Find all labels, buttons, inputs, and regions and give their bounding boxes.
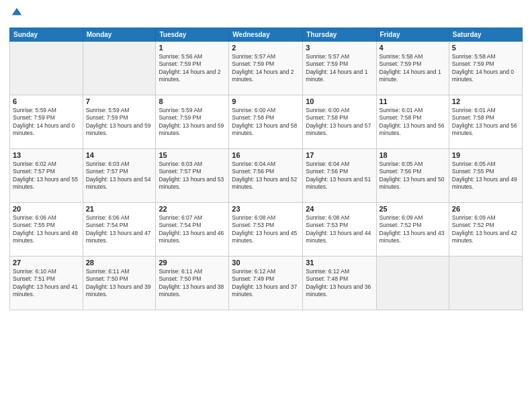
calendar-cell: 5Sunrise: 5:58 AMSunset: 7:59 PMDaylight…	[449, 41, 522, 95]
day-number: 30	[232, 259, 300, 267]
calendar-page: SundayMondayTuesdayWednesdayThursdayFrid…	[0, 0, 532, 411]
calendar-cell: 2Sunrise: 5:57 AMSunset: 7:59 PMDaylight…	[229, 41, 303, 95]
day-number: 7	[86, 97, 153, 105]
calendar-cell: 27Sunrise: 6:10 AMSunset: 7:51 PMDayligh…	[10, 256, 83, 310]
day-info: Sunrise: 5:59 AMSunset: 7:59 PMDaylight:…	[13, 107, 80, 138]
calendar-cell: 17Sunrise: 6:04 AMSunset: 7:56 PMDayligh…	[303, 148, 376, 202]
day-info: Sunrise: 5:58 AMSunset: 7:59 PMDaylight:…	[452, 53, 519, 84]
day-number: 16	[232, 151, 300, 159]
day-info: Sunrise: 6:06 AMSunset: 7:54 PMDaylight:…	[86, 214, 153, 245]
calendar-cell: 21Sunrise: 6:06 AMSunset: 7:54 PMDayligh…	[83, 202, 156, 256]
calendar-cell: 20Sunrise: 6:06 AMSunset: 7:55 PMDayligh…	[10, 202, 83, 256]
day-number: 25	[380, 205, 446, 213]
calendar-cell: 29Sunrise: 6:11 AMSunset: 7:50 PMDayligh…	[156, 256, 229, 310]
calendar-cell: 13Sunrise: 6:02 AMSunset: 7:57 PMDayligh…	[10, 148, 83, 202]
weekday-header-friday: Friday	[376, 28, 449, 41]
calendar-cell: 12Sunrise: 6:01 AMSunset: 7:58 PMDayligh…	[449, 95, 522, 148]
day-number: 10	[306, 97, 373, 105]
calendar-cell: 22Sunrise: 6:07 AMSunset: 7:54 PMDayligh…	[156, 202, 229, 256]
day-number: 27	[13, 259, 80, 267]
day-number: 11	[380, 97, 446, 105]
svg-marker-0	[12, 8, 21, 15]
day-number: 2	[232, 44, 300, 52]
calendar-cell: 4Sunrise: 5:58 AMSunset: 7:59 PMDaylight…	[376, 41, 449, 95]
calendar-cell: 31Sunrise: 6:12 AMSunset: 7:48 PMDayligh…	[303, 256, 376, 310]
calendar-cell: 15Sunrise: 6:03 AMSunset: 7:57 PMDayligh…	[156, 148, 229, 202]
day-info: Sunrise: 6:11 AMSunset: 7:50 PMDaylight:…	[159, 268, 226, 299]
day-number: 22	[159, 205, 226, 213]
day-info: Sunrise: 6:06 AMSunset: 7:55 PMDaylight:…	[13, 214, 80, 245]
day-info: Sunrise: 5:57 AMSunset: 7:59 PMDaylight:…	[306, 53, 373, 84]
day-number: 18	[380, 151, 446, 159]
day-number: 28	[86, 259, 153, 267]
day-number: 9	[232, 97, 300, 105]
day-info: Sunrise: 6:08 AMSunset: 7:53 PMDaylight:…	[232, 214, 300, 245]
calendar-cell: 19Sunrise: 6:05 AMSunset: 7:55 PMDayligh…	[449, 148, 522, 202]
day-info: Sunrise: 6:09 AMSunset: 7:52 PMDaylight:…	[380, 214, 446, 245]
logo-icon	[11, 7, 23, 19]
calendar-header: SundayMondayTuesdayWednesdayThursdayFrid…	[10, 28, 523, 41]
calendar-cell: 24Sunrise: 6:08 AMSunset: 7:53 PMDayligh…	[303, 202, 376, 256]
calendar-cell: 7Sunrise: 5:59 AMSunset: 7:59 PMDaylight…	[83, 95, 156, 148]
day-info: Sunrise: 6:03 AMSunset: 7:57 PMDaylight:…	[86, 161, 153, 191]
day-info: Sunrise: 5:59 AMSunset: 7:59 PMDaylight:…	[159, 107, 226, 138]
calendar-cell: 26Sunrise: 6:09 AMSunset: 7:52 PMDayligh…	[449, 202, 522, 256]
header	[9, 7, 523, 22]
calendar-cell	[376, 256, 449, 310]
day-number: 31	[306, 259, 373, 267]
day-info: Sunrise: 6:05 AMSunset: 7:55 PMDaylight:…	[452, 161, 519, 191]
weekday-header-monday: Monday	[83, 28, 156, 41]
day-number: 17	[306, 151, 373, 159]
day-info: Sunrise: 6:05 AMSunset: 7:56 PMDaylight:…	[380, 161, 446, 191]
calendar-cell: 6Sunrise: 5:59 AMSunset: 7:59 PMDaylight…	[10, 95, 83, 148]
day-info: Sunrise: 6:01 AMSunset: 7:58 PMDaylight:…	[452, 107, 519, 138]
day-info: Sunrise: 5:59 AMSunset: 7:59 PMDaylight:…	[86, 107, 153, 138]
day-info: Sunrise: 6:12 AMSunset: 7:49 PMDaylight:…	[232, 268, 300, 299]
day-number: 5	[452, 44, 519, 52]
day-number: 20	[13, 205, 80, 213]
calendar-cell: 9Sunrise: 6:00 AMSunset: 7:58 PMDaylight…	[229, 95, 303, 148]
day-number: 15	[159, 151, 226, 159]
calendar-cell: 18Sunrise: 6:05 AMSunset: 7:56 PMDayligh…	[376, 148, 449, 202]
day-number: 4	[380, 44, 446, 52]
day-info: Sunrise: 6:07 AMSunset: 7:54 PMDaylight:…	[159, 214, 226, 245]
day-info: Sunrise: 6:12 AMSunset: 7:48 PMDaylight:…	[306, 268, 373, 299]
calendar-cell: 25Sunrise: 6:09 AMSunset: 7:52 PMDayligh…	[376, 202, 449, 256]
calendar-cell: 28Sunrise: 6:11 AMSunset: 7:50 PMDayligh…	[83, 256, 156, 310]
weekday-header-saturday: Saturday	[449, 28, 522, 41]
day-info: Sunrise: 5:56 AMSunset: 7:59 PMDaylight:…	[159, 53, 226, 84]
day-number: 14	[86, 151, 153, 159]
day-number: 13	[13, 151, 80, 159]
day-info: Sunrise: 6:00 AMSunset: 7:58 PMDaylight:…	[232, 107, 300, 138]
day-number: 8	[159, 97, 226, 105]
calendar-cell: 14Sunrise: 6:03 AMSunset: 7:57 PMDayligh…	[83, 148, 156, 202]
day-number: 1	[159, 44, 226, 52]
calendar-table: SundayMondayTuesdayWednesdayThursdayFrid…	[9, 28, 523, 310]
calendar-body: 1Sunrise: 5:56 AMSunset: 7:59 PMDaylight…	[10, 41, 523, 310]
calendar-cell: 11Sunrise: 6:01 AMSunset: 7:58 PMDayligh…	[376, 95, 449, 148]
day-number: 6	[13, 97, 80, 105]
calendar-cell	[449, 256, 522, 310]
weekday-header-tuesday: Tuesday	[156, 28, 229, 41]
day-number: 3	[306, 44, 373, 52]
calendar-week-row: 27Sunrise: 6:10 AMSunset: 7:51 PMDayligh…	[10, 256, 523, 310]
weekday-header-thursday: Thursday	[303, 28, 376, 41]
day-info: Sunrise: 6:00 AMSunset: 7:58 PMDaylight:…	[306, 107, 373, 138]
weekday-header-row: SundayMondayTuesdayWednesdayThursdayFrid…	[10, 28, 523, 41]
day-info: Sunrise: 6:04 AMSunset: 7:56 PMDaylight:…	[232, 161, 300, 191]
calendar-cell: 10Sunrise: 6:00 AMSunset: 7:58 PMDayligh…	[303, 95, 376, 148]
calendar-cell: 8Sunrise: 5:59 AMSunset: 7:59 PMDaylight…	[156, 95, 229, 148]
calendar-cell: 3Sunrise: 5:57 AMSunset: 7:59 PMDaylight…	[303, 41, 376, 95]
day-info: Sunrise: 6:02 AMSunset: 7:57 PMDaylight:…	[13, 161, 80, 191]
day-info: Sunrise: 6:09 AMSunset: 7:52 PMDaylight:…	[452, 214, 519, 245]
calendar-week-row: 13Sunrise: 6:02 AMSunset: 7:57 PMDayligh…	[10, 148, 523, 202]
day-number: 12	[452, 97, 519, 105]
day-info: Sunrise: 6:04 AMSunset: 7:56 PMDaylight:…	[306, 161, 373, 191]
day-number: 24	[306, 205, 373, 213]
calendar-cell	[10, 41, 83, 95]
calendar-week-row: 20Sunrise: 6:06 AMSunset: 7:55 PMDayligh…	[10, 202, 523, 256]
day-info: Sunrise: 6:03 AMSunset: 7:57 PMDaylight:…	[159, 161, 226, 191]
day-info: Sunrise: 5:58 AMSunset: 7:59 PMDaylight:…	[380, 53, 446, 84]
day-info: Sunrise: 6:11 AMSunset: 7:50 PMDaylight:…	[86, 268, 153, 299]
calendar-week-row: 6Sunrise: 5:59 AMSunset: 7:59 PMDaylight…	[10, 95, 523, 148]
